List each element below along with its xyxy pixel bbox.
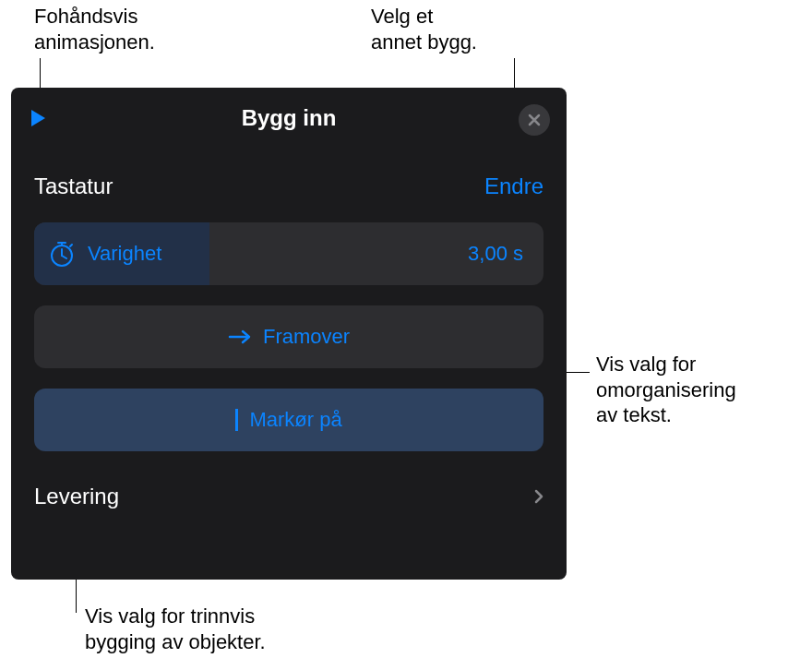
build-in-panel: Bygg inn Tastatur Endre <box>11 88 567 580</box>
timer-icon <box>47 239 77 269</box>
callout-line <box>566 372 590 373</box>
change-effect-button[interactable]: Endre <box>484 173 543 199</box>
duration-content: Varighet 3,00 s <box>34 239 543 269</box>
close-icon <box>527 113 542 127</box>
callout-change: Velg et annet bygg. <box>371 4 477 54</box>
controls-area: Varighet 3,00 s Framover Markør på <box>11 222 567 451</box>
panel-title: Bygg inn <box>242 105 337 131</box>
delivery-label: Levering <box>34 484 119 509</box>
arrow-right-icon <box>228 329 252 345</box>
delivery-row[interactable]: Levering <box>11 484 567 509</box>
effect-name-label: Tastatur <box>34 173 113 199</box>
preview-play-icon[interactable] <box>31 110 45 126</box>
callout-delivery: Vis valg for trinnvis bygging av objekte… <box>85 604 266 654</box>
svg-line-2 <box>62 256 66 258</box>
close-button[interactable] <box>519 104 550 136</box>
cursor-icon <box>235 409 238 431</box>
panel-header: Bygg inn <box>11 88 567 148</box>
direction-button[interactable]: Framover <box>34 305 543 368</box>
callout-direction: Vis valg for omorganisering av tekst. <box>596 352 736 428</box>
direction-label: Framover <box>263 325 350 349</box>
effect-section-row: Tastatur Endre <box>11 173 567 199</box>
svg-line-5 <box>70 245 72 246</box>
cursor-label: Markør på <box>249 408 341 432</box>
duration-label: Varighet <box>88 242 161 266</box>
callout-preview: Fohåndsvis animasjonen. <box>34 4 155 54</box>
chevron-right-icon <box>534 489 543 504</box>
duration-slider[interactable]: Varighet 3,00 s <box>34 222 543 285</box>
duration-value: 3,00 s <box>468 242 523 266</box>
duration-left-group: Varighet <box>47 239 161 269</box>
cursor-toggle-button[interactable]: Markør på <box>34 389 543 451</box>
